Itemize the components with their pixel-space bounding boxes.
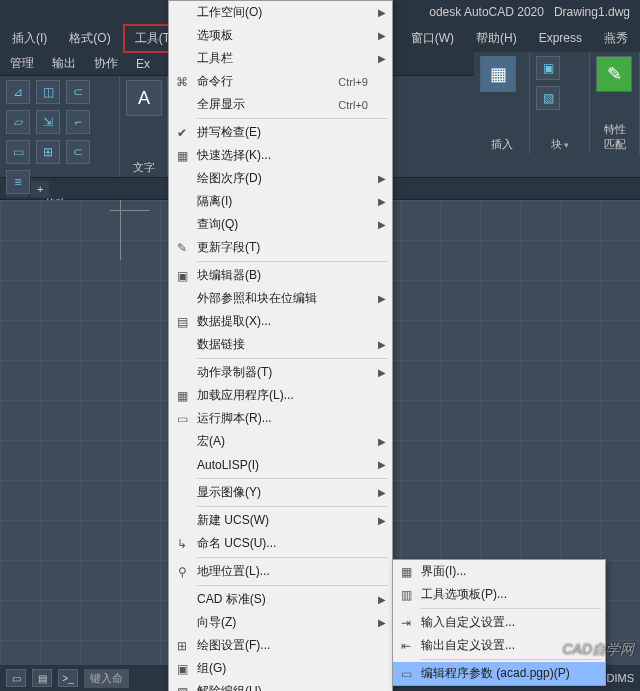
tools-menu-item[interactable]: ↳命名 UCS(U)...: [169, 532, 392, 555]
text-button[interactable]: A: [126, 80, 162, 116]
customize-submenu-item[interactable]: ▥工具选项板(P)...: [393, 583, 605, 606]
menu-item-icon: ⇥: [393, 616, 419, 630]
command-input[interactable]: 键入命: [84, 669, 129, 688]
tools-menu-item[interactable]: ▦快速选择(K)...: [169, 144, 392, 167]
menu-item-icon: ▦: [393, 565, 419, 579]
tools-menu-separator: [197, 118, 388, 119]
menu-window[interactable]: 窗口(W): [401, 26, 464, 51]
status-model-icon[interactable]: ▭: [6, 669, 26, 687]
menu-item-label: 显示图像(Y): [195, 484, 372, 501]
submenu-arrow-icon: ▶: [372, 459, 386, 470]
tool-icon[interactable]: ≡: [6, 170, 30, 194]
tools-menu-item[interactable]: 宏(A)▶: [169, 430, 392, 453]
tools-menu-item[interactable]: CAD 标准(S)▶: [169, 588, 392, 611]
menu-item-label: 数据提取(X)...: [195, 313, 372, 330]
tab-collab[interactable]: 协作: [86, 53, 126, 74]
tools-menu-item[interactable]: ▭运行脚本(R)...: [169, 407, 392, 430]
tool-icon[interactable]: ⊂: [66, 80, 90, 104]
tools-menu-item[interactable]: 新建 UCS(W)▶: [169, 509, 392, 532]
tools-menu-item[interactable]: 全屏显示Ctrl+0: [169, 93, 392, 116]
tools-menu-item[interactable]: ▦加载应用程序(L)...: [169, 384, 392, 407]
watermark: CAD自学网: [562, 641, 634, 659]
tool-icon[interactable]: ▱: [6, 110, 30, 134]
status-cmd-icon[interactable]: >_: [58, 669, 78, 687]
tools-menu-separator: [197, 585, 388, 586]
menu-item-label: 工作空间(O): [195, 4, 372, 21]
submenu-arrow-icon: ▶: [372, 293, 386, 304]
tools-menu-item[interactable]: ⌘命令行Ctrl+9: [169, 70, 392, 93]
menu-item-label: 新建 UCS(W): [195, 512, 372, 529]
tools-menu-item[interactable]: 选项板▶: [169, 24, 392, 47]
menu-item-icon: ⌘: [169, 75, 195, 89]
menu-help[interactable]: 帮助(H): [466, 26, 527, 51]
menu-item-label: 拼写检查(E): [195, 124, 372, 141]
customize-submenu-item[interactable]: ⇥输入自定义设置...: [393, 611, 605, 634]
tools-menu-item[interactable]: AutoLISP(I)▶: [169, 453, 392, 476]
status-layout-icon[interactable]: ▤: [32, 669, 52, 687]
menu-item-label: 块编辑器(B): [195, 267, 372, 284]
tools-menu-item[interactable]: 工作空间(O)▶: [169, 1, 392, 24]
menu-item-label: 解除编组(U): [195, 683, 372, 691]
tab-output[interactable]: 输出: [44, 53, 84, 74]
match-props-button[interactable]: ✎: [596, 56, 632, 92]
tools-menu-item[interactable]: 显示图像(Y)▶: [169, 481, 392, 504]
tools-menu-separator: [197, 557, 388, 558]
menu-express[interactable]: Express: [529, 27, 592, 49]
tools-menu-item[interactable]: 向导(Z)▶: [169, 611, 392, 634]
tool-icon[interactable]: ⇲: [36, 110, 60, 134]
tool-icon[interactable]: ⌐: [66, 110, 90, 134]
menu-item-icon: ▤: [169, 315, 195, 329]
menu-item-label: 动作录制器(T): [195, 364, 372, 381]
tools-menu-item[interactable]: ▤数据提取(X)...: [169, 310, 392, 333]
tools-menu-separator: [197, 358, 388, 359]
menu-item-label: 运行脚本(R)...: [195, 410, 372, 427]
menu-yanxiu[interactable]: 燕秀: [594, 26, 638, 51]
tool-icon[interactable]: ⊞: [36, 140, 60, 164]
tools-menu-item[interactable]: 数据链接▶: [169, 333, 392, 356]
tab-ex[interactable]: Ex: [128, 55, 158, 73]
tools-menu-item[interactable]: 隔离(I)▶: [169, 190, 392, 213]
menu-item-label: 命名 UCS(U)...: [195, 535, 372, 552]
menu-format[interactable]: 格式(O): [59, 26, 120, 51]
app-name: odesk AutoCAD 2020: [429, 5, 544, 19]
customize-submenu-item[interactable]: ▭编辑程序参数 (acad.pgp)(P): [393, 662, 605, 685]
tools-menu-item[interactable]: ▣组(G): [169, 657, 392, 680]
tools-menu-item[interactable]: ▣块编辑器(B): [169, 264, 392, 287]
tools-menu-item[interactable]: 动作录制器(T)▶: [169, 361, 392, 384]
menu-item-icon: ▣: [169, 662, 195, 676]
insert-button[interactable]: ▦: [480, 56, 516, 92]
menu-insert[interactable]: 插入(I): [2, 26, 57, 51]
menu-item-label: 编辑程序参数 (acad.pgp)(P): [419, 665, 585, 682]
tab-manage[interactable]: 管理: [2, 53, 42, 74]
tools-menu-item[interactable]: 工具栏▶: [169, 47, 392, 70]
menu-item-label: 绘图次序(D): [195, 170, 372, 187]
tools-menu-item[interactable]: ✔拼写检查(E): [169, 121, 392, 144]
tool-icon[interactable]: ◫: [36, 80, 60, 104]
submenu-arrow-icon: ▶: [372, 515, 386, 526]
tool-icon[interactable]: ⊂: [66, 140, 90, 164]
menu-item-label: 界面(I)...: [419, 563, 585, 580]
tool-icon[interactable]: ⊿: [6, 80, 30, 104]
menu-item-label: 命令行: [195, 73, 338, 90]
menu-item-icon: ⚲: [169, 565, 195, 579]
customize-submenu-item[interactable]: ▦界面(I)...: [393, 560, 605, 583]
tools-menu-item[interactable]: ✎更新字段(T): [169, 236, 392, 259]
tools-menu-item[interactable]: 外部参照和块在位编辑▶: [169, 287, 392, 310]
menu-item-label: 查询(Q): [195, 216, 372, 233]
tool-icon[interactable]: ▭: [6, 140, 30, 164]
menu-item-icon: ▧: [169, 685, 195, 692]
menu-item-label: 工具栏: [195, 50, 372, 67]
menu-item-accel: Ctrl+0: [338, 99, 372, 111]
tools-menu-item[interactable]: ▧解除编组(U): [169, 680, 392, 691]
menu-item-icon: ▥: [393, 588, 419, 602]
tools-menu-item[interactable]: 绘图次序(D)▶: [169, 167, 392, 190]
ribbon-panel-modify: ⊿ ◫ ⊂ ▱ ⇲ ⌐ ▭ ⊞ ⊂ ≡ 修改▾: [0, 76, 120, 177]
ribbon-panel-insert: ▦ 插入: [474, 52, 530, 154]
block-tool-icon[interactable]: ▣: [536, 56, 560, 80]
block-tool-icon[interactable]: ▧: [536, 86, 560, 110]
ribbon-panel-text: A 文字: [120, 76, 168, 177]
tools-menu-item[interactable]: ⚲地理位置(L)...: [169, 560, 392, 583]
tools-menu-item[interactable]: ⊞绘图设置(F)...: [169, 634, 392, 657]
tools-menu-item[interactable]: 查询(Q)▶: [169, 213, 392, 236]
menu-item-icon: ⊞: [169, 639, 195, 653]
